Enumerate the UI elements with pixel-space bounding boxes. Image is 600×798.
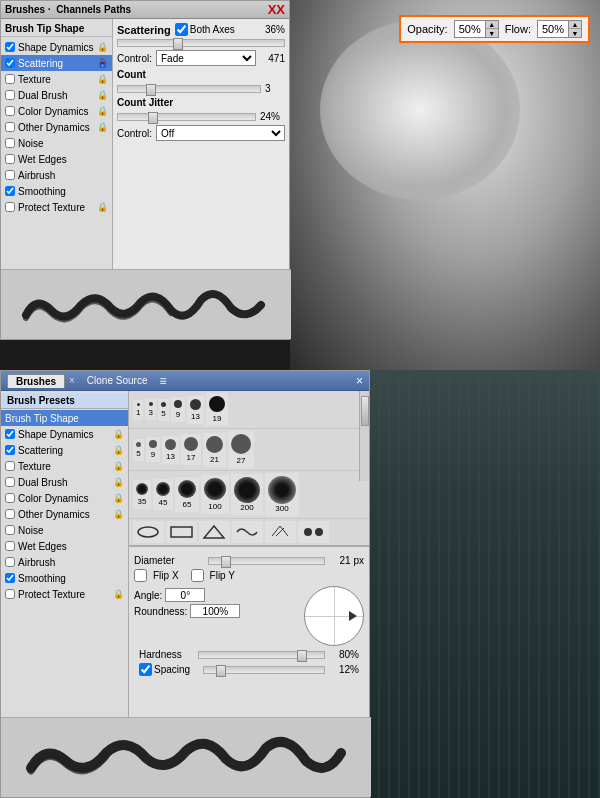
presets-scroll-thumb[interactable]	[361, 396, 369, 426]
preset-200[interactable]: 200	[231, 474, 263, 515]
preset-300[interactable]: 300	[265, 473, 299, 516]
diameter-slider[interactable]	[208, 557, 325, 565]
preset-3[interactable]: 3	[145, 399, 155, 420]
sidebar-airbrush[interactable]: Airbrush	[1, 167, 112, 183]
scattering-check[interactable]	[5, 58, 15, 68]
protect-texture-check[interactable]	[5, 202, 15, 212]
bl-color-dynamics-check[interactable]	[5, 493, 15, 503]
preset-9[interactable]: 9	[171, 397, 185, 422]
other-dynamics-check[interactable]	[5, 122, 15, 132]
bottom-panel-close[interactable]: ×	[356, 374, 363, 388]
bl-airbrush-check[interactable]	[5, 557, 15, 567]
bl-scattering[interactable]: Scattering 🔒	[1, 442, 128, 458]
preset-5[interactable]: 5	[158, 399, 169, 421]
opacity-down-arrow[interactable]: ▼	[486, 29, 498, 37]
bl-color-dynamics[interactable]: Color Dynamics 🔒	[1, 490, 128, 506]
bl-protect-texture[interactable]: Protect Texture 🔒	[1, 586, 128, 602]
angle-dial[interactable]	[304, 586, 364, 646]
spacing-thumb[interactable]	[216, 665, 226, 677]
tab-brushes[interactable]: Brushes	[7, 374, 65, 388]
bl-shape-dynamics[interactable]: Shape Dynamics 🔒	[1, 426, 128, 442]
flow-arrows[interactable]: ▲ ▼	[568, 21, 581, 37]
scatter-thumb[interactable]	[173, 38, 183, 50]
count-slider[interactable]	[117, 85, 261, 93]
top-panel-close[interactable]: XX	[268, 2, 285, 17]
flow-down-arrow[interactable]: ▼	[569, 29, 581, 37]
preset-13b[interactable]: 13	[162, 436, 179, 464]
noise-check[interactable]	[5, 138, 15, 148]
spacing-slider[interactable]	[203, 666, 325, 674]
sidebar-smoothing[interactable]: Smoothing	[1, 183, 112, 199]
wet-edges-check[interactable]	[5, 154, 15, 164]
bl-wet-edges[interactable]: Wet Edges	[1, 538, 128, 554]
sidebar-color-dynamics[interactable]: Color Dynamics 🔒	[1, 103, 112, 119]
control-fade-select[interactable]: Fade	[156, 50, 256, 66]
bottom-panel-menu[interactable]: ≡	[159, 374, 166, 388]
sidebar-other-dynamics[interactable]: Other Dynamics 🔒	[1, 119, 112, 135]
preset-special-4[interactable]	[232, 521, 263, 543]
bl-wet-edges-check[interactable]	[5, 541, 15, 551]
sidebar-scattering[interactable]: Scattering 🔒	[1, 55, 112, 71]
bl-dual-brush-check[interactable]	[5, 477, 15, 487]
bl-scattering-check[interactable]	[5, 445, 15, 455]
preset-special-3[interactable]	[199, 521, 230, 543]
bl-texture[interactable]: Texture 🔒	[1, 458, 128, 474]
sidebar-shape-dynamics[interactable]: Shape Dynamics 🔒	[1, 39, 112, 55]
airbrush-check[interactable]	[5, 170, 15, 180]
preset-special-5[interactable]	[265, 521, 296, 543]
bl-protect-texture-check[interactable]	[5, 589, 15, 599]
control-off-select[interactable]: Off	[156, 125, 285, 141]
bl-airbrush[interactable]: Airbrush	[1, 554, 128, 570]
flip-x-check[interactable]	[134, 569, 147, 582]
bl-shape-dynamics-check[interactable]	[5, 429, 15, 439]
opacity-up-arrow[interactable]: ▲	[486, 21, 498, 29]
preset-35[interactable]: 35	[133, 480, 151, 509]
sidebar-texture[interactable]: Texture 🔒	[1, 71, 112, 87]
count-jitter-thumb[interactable]	[148, 112, 158, 124]
smoothing-check[interactable]	[5, 186, 15, 196]
flip-y-check[interactable]	[191, 569, 204, 582]
preset-65[interactable]: 65	[175, 477, 199, 512]
sidebar-dual-brush[interactable]: Dual Brush 🔒	[1, 87, 112, 103]
opacity-control[interactable]: 50% ▲ ▼	[454, 20, 499, 38]
bl-noise-check[interactable]	[5, 525, 15, 535]
sidebar-noise[interactable]: Noise	[1, 135, 112, 151]
sidebar-protect-texture[interactable]: Protect Texture 🔒	[1, 199, 112, 215]
preset-special-6[interactable]	[298, 521, 329, 543]
flow-up-arrow[interactable]: ▲	[569, 21, 581, 29]
preset-27[interactable]: 27	[228, 431, 254, 468]
roundness-input[interactable]	[190, 604, 240, 618]
color-dynamics-check[interactable]	[5, 106, 15, 116]
preset-21[interactable]: 21	[203, 433, 226, 467]
preset-100[interactable]: 100	[201, 475, 229, 514]
bl-dual-brush[interactable]: Dual Brush 🔒	[1, 474, 128, 490]
preset-special-1[interactable]	[133, 521, 164, 543]
diameter-thumb[interactable]	[221, 556, 231, 568]
bl-other-dynamics-check[interactable]	[5, 509, 15, 519]
angle-input[interactable]	[165, 588, 205, 602]
preset-17[interactable]: 17	[181, 434, 201, 465]
hardness-thumb[interactable]	[297, 650, 307, 662]
sidebar-wet-edges[interactable]: Wet Edges	[1, 151, 112, 167]
presets-scrollbar[interactable]	[359, 391, 369, 481]
flow-control[interactable]: 50% ▲ ▼	[537, 20, 582, 38]
preset-1[interactable]: 1	[133, 400, 143, 420]
bl-other-dynamics[interactable]: Other Dynamics 🔒	[1, 506, 128, 522]
texture-check[interactable]	[5, 74, 15, 84]
hardness-slider[interactable]	[198, 651, 325, 659]
preset-special-2[interactable]	[166, 521, 197, 543]
both-axes-check[interactable]	[175, 23, 188, 36]
opacity-arrows[interactable]: ▲ ▼	[485, 21, 498, 37]
preset-9b[interactable]: 9	[146, 437, 160, 462]
count-jitter-slider[interactable]	[117, 113, 256, 121]
preset-45[interactable]: 45	[153, 479, 173, 510]
both-axes-control[interactable]: Both Axes	[175, 23, 235, 36]
bl-brush-tip-shape[interactable]: Brush Tip Shape	[1, 410, 128, 426]
bl-smoothing-check[interactable]	[5, 573, 15, 583]
dual-brush-check[interactable]	[5, 90, 15, 100]
shape-dynamics-check[interactable]	[5, 42, 15, 52]
spacing-check[interactable]	[139, 663, 152, 676]
preset-5b[interactable]: 5	[133, 439, 144, 461]
bl-noise[interactable]: Noise	[1, 522, 128, 538]
preset-13[interactable]: 13	[187, 396, 204, 424]
